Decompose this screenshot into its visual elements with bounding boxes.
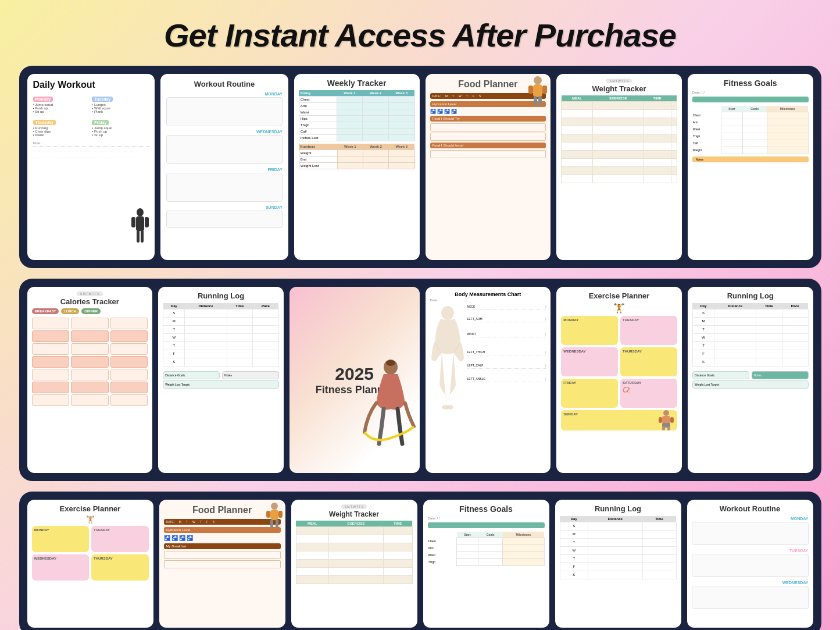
svg-rect-9 [542, 86, 547, 94]
left-thigh-row: LEFT_THIGH| [467, 349, 546, 355]
weekly-tracker-title: Weekly Tracker [299, 79, 415, 88]
svg-rect-19 [659, 417, 662, 423]
svg-rect-25 [270, 510, 278, 520]
main-heading: Get Instant Access After Purchase [0, 0, 840, 66]
bracelet-icon: 📿 [623, 387, 675, 393]
workout-routine-title: Workout Routine [166, 80, 283, 88]
body-measurements-title: Body Measurements Chart [430, 291, 546, 297]
card-running-log-1: Running Log Day Distance Time Pace S M T… [158, 287, 284, 473]
dumbbell-icon-2: 🏋️ [32, 515, 149, 524]
card-fitness-goals-2: Fitness Goals Date: / / Start Goals Mile… [423, 500, 549, 628]
card-calories-tracker: S M T W T F S Calories Tracker BREAKFAST… [27, 287, 153, 473]
day-sunday-label: SUNDAY [166, 205, 283, 209]
ep2-wednesday: WEDNESDAY [34, 557, 87, 560]
body-date: Date: [430, 298, 546, 302]
card-workout-routine: Workout Routine MONDAY WEDNESDAY FRIDAY … [160, 74, 288, 260]
dinner-badge: DINNER [81, 308, 101, 314]
svg-rect-2 [131, 217, 135, 227]
breakfast-badge: BREAKFAST [32, 308, 59, 314]
day-friday: Friday [92, 120, 109, 125]
food-planner-2-figure [266, 502, 283, 531]
dumbbell-icon: 🏋️ [561, 302, 677, 314]
workout-routine-2-title: Workout Routine [692, 504, 809, 513]
food-avoid-section: Food I Should Avoid [430, 143, 546, 148]
row-3-inner: Exercise Planner 🏋️ MONDAY TUESDAY WEDNE… [19, 492, 821, 630]
day-monday: Monday [33, 97, 53, 102]
card-food-planner-2: Food Planner DATE:MTWTFS Hydration Level… [159, 500, 285, 628]
calories-days: S M T W T F S [77, 291, 103, 296]
monday-box: MONDAY [563, 318, 616, 322]
fitness-bar-2 [428, 522, 545, 528]
day-monday-label: MONDAY [166, 92, 283, 96]
svg-rect-7 [533, 84, 542, 97]
row-2-container: S M T W T F S Calories Tracker BREAKFAST… [0, 279, 840, 492]
row-1-container: Daily Workout Monday • Jump squat • Push… [0, 66, 840, 279]
waist-row: WAIST| [467, 331, 546, 337]
card-running-log-2: Running Log Day Distance Time Pace S M T… [688, 287, 813, 473]
left-calf-row: LEFT_CALF| [467, 362, 546, 369]
svg-rect-20 [670, 417, 674, 423]
card-weight-tracker: S M T W T F S Weight Tracker MEAL EXERCI… [556, 74, 682, 260]
thursday-box: THURSDAY [623, 350, 675, 353]
ep2-thursday: THURSDAY [94, 557, 146, 560]
running-log-3-title: Running Log [560, 504, 677, 514]
card-food-planner: Food Planner DATE:MTWTFS Hydration Level… [426, 74, 551, 260]
wr2-tuesday: TUESDAY [692, 549, 809, 553]
card-daily-workout: Daily Workout Monday • Jump squat • Push… [27, 74, 155, 260]
fp2-breakfast: My Breakfast [164, 543, 281, 549]
note-label: Note : [33, 141, 149, 145]
weight-tracker-2-title: Weight Tracker [296, 510, 413, 518]
day-wednesday-label: WEDNESDAY [166, 130, 283, 134]
days-row: S M T W T F S [606, 79, 632, 83]
saturday-box: SATURDAY [623, 381, 675, 385]
svg-rect-29 [276, 519, 278, 528]
distance-goals-box: Distance Goals: [163, 371, 220, 379]
svg-rect-22 [662, 426, 665, 430]
distance-goals-box-2: Distance Goals: [692, 371, 749, 379]
card-running-log-3: Running Log Day Distance Time S M T W T … [555, 500, 681, 628]
svg-rect-23 [667, 426, 670, 430]
note-lines: ........................................… [33, 146, 149, 181]
svg-rect-28 [270, 519, 273, 528]
left-ankle-row: LEFT_ANKLE| [467, 376, 546, 382]
exercise-planner-1-title: Exercise Planner [561, 291, 677, 300]
food-planner-figure [527, 76, 548, 111]
sitting-figure [657, 410, 675, 430]
svg-rect-27 [278, 511, 283, 518]
svg-point-13 [386, 360, 395, 366]
row-1-inner: Daily Workout Monday • Jump squat • Push… [19, 66, 821, 268]
water-icons: 🚰🚰🚰🚰 [164, 535, 281, 541]
card-workout-routine-2: Workout Routine MONDAY TUESDAY WEDNESDAY [687, 500, 813, 628]
food-try-section: Food I Should Try [430, 116, 546, 122]
card-weight-tracker-2: S M T W T F S Weight Tracker MEAL EXERCI… [291, 500, 417, 628]
svg-point-24 [271, 503, 278, 510]
fitness-bar [692, 97, 809, 102]
svg-rect-5 [141, 230, 144, 243]
wr2-monday: MONDAY [692, 517, 809, 521]
ep2-tuesday: TUESDAY [94, 528, 146, 532]
svg-rect-1 [136, 216, 144, 231]
fp2-hydration: Hydration Level [164, 527, 281, 533]
friday-box: FRIDAY [563, 381, 616, 385]
exercise-planner-2-title: Exercise Planner [32, 504, 149, 513]
figure-silhouette [129, 208, 151, 254]
notes-label: Notes [692, 156, 809, 162]
ep2-monday: MONDAY [34, 528, 87, 532]
weight-lost-box: Weight Lost Target: [163, 380, 279, 389]
day-friday-label: FRIDAY [166, 168, 283, 172]
body-silhouette [430, 304, 465, 414]
fitness-date: Date: / / [692, 91, 809, 94]
lunch-badge: LUNCH [61, 308, 79, 314]
wr2-wednesday: WEDNESDAY [692, 581, 809, 585]
weight-lost-box-2: Weight Lost Target: [692, 380, 809, 389]
wednesday-box: WEDNESDAY [563, 350, 616, 353]
svg-rect-18 [662, 416, 670, 424]
card-body-measurements: Body Measurements Chart Date: [426, 287, 551, 473]
neck-row: NECK| [467, 304, 546, 310]
day-thursday: Thursday [33, 120, 56, 125]
svg-point-16 [446, 405, 453, 410]
card-fitness-goals: Fitness Goals Date: / / Start Goals Mile… [688, 74, 813, 260]
calories-title: Calories Tracker [32, 297, 148, 306]
left-arm-row: LEFT_ARM| [467, 316, 546, 322]
wt2-days: S M T W T F S [341, 504, 367, 509]
